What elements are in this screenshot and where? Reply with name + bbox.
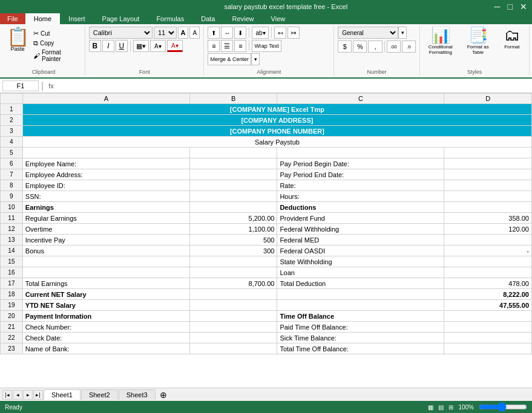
- bold-button[interactable]: B: [89, 40, 101, 52]
- underline-button[interactable]: U: [116, 40, 128, 52]
- row-number[interactable]: 12: [1, 224, 23, 235]
- cell-c[interactable]: Sick Time Balance:: [277, 333, 444, 343]
- cell-b[interactable]: [189, 158, 277, 169]
- paste-button[interactable]: 📋 Paste: [5, 27, 30, 53]
- row-number[interactable]: 22: [1, 333, 23, 343]
- row-number[interactable]: 20: [1, 311, 23, 322]
- cell-c[interactable]: Pay Period End Date:: [277, 169, 444, 180]
- col-header-b[interactable]: B: [189, 94, 277, 104]
- col-header-c[interactable]: C: [277, 94, 444, 104]
- border-button[interactable]: ▦▾: [133, 40, 149, 52]
- font-name-select[interactable]: Calibri: [89, 27, 153, 39]
- row-number[interactable]: 11: [1, 213, 23, 224]
- cell-b[interactable]: [189, 322, 277, 333]
- cell-d[interactable]: 120.00: [444, 224, 532, 235]
- sheet-nav-first[interactable]: |◂: [2, 390, 12, 400]
- cell-d[interactable]: 478.00: [444, 278, 532, 289]
- row-number[interactable]: 17: [1, 278, 23, 289]
- cell-d[interactable]: [444, 202, 532, 213]
- sheet-tab-sheet2[interactable]: Sheet2: [81, 389, 118, 400]
- cell-a[interactable]: [22, 267, 189, 278]
- sheet-nav-next[interactable]: ▸: [23, 390, 33, 400]
- format-painter-button[interactable]: 🖌 Format Painter: [31, 48, 81, 63]
- fill-color-button[interactable]: A▾: [150, 40, 166, 52]
- tab-home[interactable]: Home: [25, 13, 60, 24]
- row-number[interactable]: 3: [1, 126, 23, 137]
- percent-button[interactable]: %: [353, 41, 367, 53]
- cell-a[interactable]: YTD NET Salary: [22, 300, 189, 311]
- cell-b[interactable]: [189, 267, 277, 278]
- copy-button[interactable]: ⧉ Copy: [31, 39, 81, 48]
- cell-b[interactable]: [189, 256, 277, 267]
- cell-d[interactable]: [444, 169, 532, 180]
- cell-a[interactable]: Earnings: [22, 202, 189, 213]
- function-button[interactable]: fx: [46, 82, 56, 89]
- angle-text-button[interactable]: ab▾: [252, 27, 269, 39]
- cell-d[interactable]: [444, 322, 532, 333]
- cell-c[interactable]: Total Time Off Balance:: [277, 343, 444, 354]
- currency-button[interactable]: $: [338, 41, 352, 53]
- align-left-button[interactable]: ≡: [208, 40, 220, 52]
- align-right-button[interactable]: ≡: [234, 40, 246, 52]
- cell-a[interactable]: Check Date:: [22, 333, 189, 343]
- cell-d[interactable]: [444, 235, 532, 246]
- font-color-button[interactable]: A▾: [167, 40, 183, 52]
- row-number[interactable]: 23: [1, 343, 23, 354]
- sheet-nav-last[interactable]: ▸|: [33, 390, 43, 400]
- sheet-nav-prev[interactable]: ◂: [13, 390, 22, 400]
- cell-a[interactable]: Employee Name:: [22, 158, 189, 169]
- cell-b[interactable]: [189, 169, 277, 180]
- cell-a[interactable]: Payment Information: [22, 311, 189, 322]
- cell-a[interactable]: Salary Paystub: [22, 137, 531, 148]
- cell-b[interactable]: 300: [189, 246, 277, 256]
- cell-styles-button[interactable]: 🗂 Format: [499, 27, 525, 50]
- cell-a[interactable]: Overtime: [22, 224, 189, 235]
- wrap-text-button[interactable]: Wrap Text: [252, 40, 281, 52]
- cut-button[interactable]: ✂ Cut: [31, 29, 81, 38]
- cell-c[interactable]: Provident Fund: [277, 213, 444, 224]
- italic-button[interactable]: I: [102, 40, 114, 52]
- cell-d[interactable]: [444, 333, 532, 343]
- cell-c[interactable]: Total Deduction: [277, 278, 444, 289]
- cell-d[interactable]: -: [444, 246, 532, 256]
- row-number[interactable]: 14: [1, 246, 23, 256]
- row-number[interactable]: 13: [1, 235, 23, 246]
- decrease-decimal-button[interactable]: .0: [402, 41, 416, 53]
- font-size-select[interactable]: 11: [154, 27, 177, 39]
- tab-insert[interactable]: Insert: [60, 13, 94, 24]
- increase-font-button[interactable]: A: [178, 27, 188, 39]
- cell-a[interactable]: Regular Earnings: [22, 213, 189, 224]
- cell-c[interactable]: Pay Period Begin Date:: [277, 158, 444, 169]
- cell-b[interactable]: [189, 300, 277, 311]
- tab-view[interactable]: View: [263, 13, 294, 24]
- cell-c[interactable]: [277, 148, 444, 158]
- row-number[interactable]: 15: [1, 256, 23, 267]
- cell-c[interactable]: State Withholding: [277, 256, 444, 267]
- zoom-slider[interactable]: [479, 403, 527, 411]
- maximize-btn[interactable]: □: [508, 2, 513, 11]
- add-sheet-button[interactable]: ⊕: [156, 389, 171, 401]
- cell-a[interactable]: [COMPANY ADDRESS]: [22, 115, 531, 126]
- cell-d[interactable]: [444, 191, 532, 202]
- cell-b[interactable]: 5,200.00: [189, 213, 277, 224]
- formula-input[interactable]: [59, 82, 530, 89]
- cell-b[interactable]: [189, 148, 277, 158]
- cell-b[interactable]: 8,700.00: [189, 278, 277, 289]
- align-bottom-button[interactable]: ⬇: [234, 27, 246, 39]
- cell-d[interactable]: [444, 311, 532, 322]
- row-number[interactable]: 2: [1, 115, 23, 126]
- tab-file[interactable]: File: [0, 13, 25, 24]
- cell-b[interactable]: 500: [189, 235, 277, 246]
- cell-d[interactable]: [444, 343, 532, 354]
- cell-a[interactable]: [22, 256, 189, 267]
- cell-c[interactable]: [277, 300, 444, 311]
- cell-a[interactable]: [22, 148, 189, 158]
- cell-c[interactable]: Time Off Balance: [277, 311, 444, 322]
- cell-d[interactable]: [444, 148, 532, 158]
- merge-center-button[interactable]: Merge & Center: [208, 53, 251, 65]
- minimize-btn[interactable]: ─: [494, 2, 501, 11]
- cell-b[interactable]: [189, 191, 277, 202]
- merge-dropdown-button[interactable]: ▾: [251, 53, 260, 65]
- cell-a[interactable]: Current NET Salary: [22, 289, 189, 300]
- cell-c[interactable]: Deductions: [277, 202, 444, 213]
